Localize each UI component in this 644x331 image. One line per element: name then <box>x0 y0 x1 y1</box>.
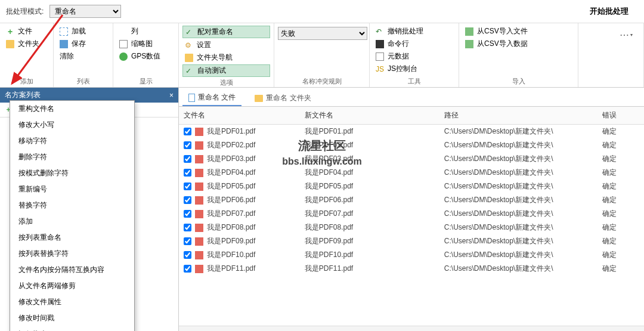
list-load-button[interactable]: 加载 <box>57 26 109 37</box>
menu-item[interactable]: 修改时间戳 <box>10 310 134 326</box>
cell-newname: 我是PDF07.pdf <box>300 207 439 221</box>
metadata-icon <box>376 52 384 61</box>
list-clear-button[interactable]: 清除 <box>57 51 109 62</box>
cell-path: C:\Users\DM\Desktop\新建文件夹\ <box>439 138 597 152</box>
start-batch-button[interactable]: 开始批处理 <box>580 4 638 19</box>
pdf-icon <box>195 169 203 177</box>
row-checkbox[interactable] <box>184 155 191 163</box>
ribbon-group-import: 从CSV导入文件 从CSV导入数据 导入 <box>459 23 578 87</box>
table-row[interactable]: 我是PDF07.pdf我是PDF07.pdfC:\Users\DM\Deskto… <box>179 207 644 221</box>
conflict-rule-select[interactable]: 失败 <box>278 27 367 40</box>
table-row[interactable]: 我是PDF08.pdf我是PDF08.pdfC:\Users\DM\Deskto… <box>179 221 644 234</box>
row-checkbox[interactable] <box>184 169 191 177</box>
table-row[interactable]: 我是PDF11.pdf我是PDF11.pdfC:\Users\DM\Deskto… <box>179 262 644 276</box>
cell-filename: 我是PDF02.pdf <box>207 140 255 150</box>
menu-item[interactable]: 修改文件属性 <box>10 294 134 310</box>
pdf-icon <box>195 128 203 136</box>
cell-error: 确定 <box>597 125 644 139</box>
import-csv-data-button[interactable]: 从CSV导入数据 <box>463 38 574 50</box>
col-filename[interactable]: 文件名 <box>179 107 300 125</box>
cell-error: 确定 <box>597 193 644 207</box>
import-csv-files-button[interactable]: 从CSV导入文件 <box>463 26 574 37</box>
tool-undo-button[interactable]: ↶撤销批处理 <box>373 26 455 37</box>
disp-columns-button[interactable]: 列 <box>117 26 175 37</box>
opt-pair-rename-toggle[interactable]: ✓配对重命名 <box>182 26 270 38</box>
js-icon: JS <box>376 65 384 73</box>
tab-rename-files[interactable]: 重命名 文件 <box>182 90 242 106</box>
group-label-list: 列表 <box>57 76 109 86</box>
row-checkbox[interactable] <box>184 265 191 273</box>
menu-item[interactable]: 按模式删除字符 <box>10 165 134 181</box>
menu-item[interactable]: 删除字符 <box>10 149 134 165</box>
file-list-pane: 重命名 文件 重命名 文件夹 文件名 新文件名 路径 错误 我是PDF01.pd… <box>179 88 644 331</box>
menu-item[interactable]: 运行脚本 <box>10 326 134 331</box>
cell-filename: 我是PDF03.pdf <box>207 154 255 164</box>
tool-jsconsole-button[interactable]: JSJS控制台 <box>373 63 455 75</box>
menu-item[interactable]: 替换字符 <box>10 197 134 214</box>
batch-mode-select[interactable]: 重命名 <box>49 5 121 18</box>
disp-gps-button[interactable]: GPS数值 <box>117 51 175 62</box>
tab-rename-folders[interactable]: 重命名 文件夹 <box>249 90 317 106</box>
col-path[interactable]: 路径 <box>439 107 597 125</box>
table-row[interactable]: 我是PDF02.pdf我是PDF02.pdfC:\Users\DM\Deskto… <box>179 138 644 152</box>
list-save-button[interactable]: 保存 <box>57 38 109 50</box>
row-checkbox[interactable] <box>184 141 191 149</box>
cell-error: 确定 <box>597 138 644 152</box>
cell-path: C:\Users\DM\Desktop\新建文件夹\ <box>439 207 597 221</box>
opt-auto-test-toggle[interactable]: ✓自动测试 <box>182 64 270 77</box>
cell-filename: 我是PDF05.pdf <box>207 181 255 191</box>
cell-newname: 我是PDF05.pdf <box>300 180 439 193</box>
menu-item[interactable]: 按列表重命名 <box>10 230 134 246</box>
menu-item[interactable]: 修改大小写 <box>10 117 134 133</box>
opt-folder-nav-button[interactable]: 文件夹导航 <box>182 52 270 63</box>
menu-item[interactable]: 移动字符 <box>10 133 134 149</box>
menu-item[interactable]: 添加 <box>10 214 134 230</box>
cell-path: C:\Users\DM\Desktop\新建文件夹\ <box>439 166 597 180</box>
cell-newname: 我是PDF02.pdf <box>300 138 439 152</box>
pdf-icon <box>195 251 203 259</box>
pdf-icon <box>195 265 203 273</box>
gps-icon <box>119 52 128 61</box>
table-row[interactable]: 我是PDF03.pdf我是PDF03.pdfC:\Users\DM\Deskto… <box>179 152 644 166</box>
chevron-down-icon: ▾ <box>630 32 633 38</box>
cell-path: C:\Users\DM\Desktop\新建文件夹\ <box>439 125 597 139</box>
tool-cmd-button[interactable]: 命令行 <box>373 38 455 50</box>
menu-item[interactable]: 重新编号 <box>10 181 134 197</box>
add-file-button[interactable]: +文件 <box>4 26 49 37</box>
table-row[interactable]: 我是PDF06.pdf我是PDF06.pdfC:\Users\DM\Deskto… <box>179 193 644 207</box>
table-row[interactable]: 我是PDF05.pdf我是PDF05.pdfC:\Users\DM\Deskto… <box>179 180 644 193</box>
table-row[interactable]: 我是PDF04.pdf我是PDF04.pdfC:\Users\DM\Deskto… <box>179 166 644 180</box>
col-error[interactable]: 错误 <box>597 107 644 125</box>
row-checkbox[interactable] <box>184 237 191 245</box>
table-row[interactable]: 我是PDF09.pdf我是PDF09.pdfC:\Users\DM\Deskto… <box>179 234 644 248</box>
ribbon-group-display: 列 缩略图 GPS数值 显示 <box>113 23 179 87</box>
cell-error: 确定 <box>597 221 644 234</box>
opt-settings-button[interactable]: ⚙设置 <box>182 39 270 51</box>
file-grid[interactable]: 文件名 新文件名 路径 错误 我是PDF01.pdf我是PDF01.pdfC:\… <box>179 107 644 326</box>
row-checkbox[interactable] <box>184 182 191 190</box>
cell-newname: 我是PDF03.pdf <box>300 152 439 166</box>
add-folder-button[interactable]: 文件夹 <box>4 38 49 50</box>
row-checkbox[interactable] <box>184 128 191 135</box>
row-checkbox[interactable] <box>184 251 191 259</box>
scheme-panel-title: 名方案列表 <box>5 90 41 100</box>
table-row[interactable]: 我是PDF01.pdf我是PDF01.pdfC:\Users\DM\Deskto… <box>179 125 644 139</box>
cell-newname: 我是PDF06.pdf <box>300 193 439 207</box>
menu-item[interactable]: 按列表替换字符 <box>10 246 134 262</box>
col-newname[interactable]: 新文件名 <box>300 107 439 125</box>
row-checkbox[interactable] <box>184 196 191 204</box>
menu-item[interactable]: 从文件名两端修剪 <box>10 278 134 294</box>
gear-icon: ⚙ <box>185 41 193 50</box>
menu-item[interactable]: 文件名内按分隔符互换内容 <box>10 262 134 278</box>
menu-item[interactable]: 重构文件名 <box>10 101 134 117</box>
cell-filename: 我是PDF04.pdf <box>207 168 255 178</box>
tool-metadata-button[interactable]: 元数据 <box>373 51 455 62</box>
row-checkbox[interactable] <box>184 224 191 231</box>
ribbon-overflow-button[interactable]: ⋯▾ <box>612 26 640 44</box>
panel-close-button[interactable]: × <box>169 91 174 100</box>
table-row[interactable]: 我是PDF10.pdf我是PDF10.pdfC:\Users\DM\Deskto… <box>179 248 644 262</box>
check-icon: ✓ <box>185 67 194 75</box>
ribbon-group-add: +文件 文件夹 添加 <box>0 23 54 87</box>
row-checkbox[interactable] <box>184 210 191 218</box>
disp-thumb-button[interactable]: 缩略图 <box>117 38 175 50</box>
